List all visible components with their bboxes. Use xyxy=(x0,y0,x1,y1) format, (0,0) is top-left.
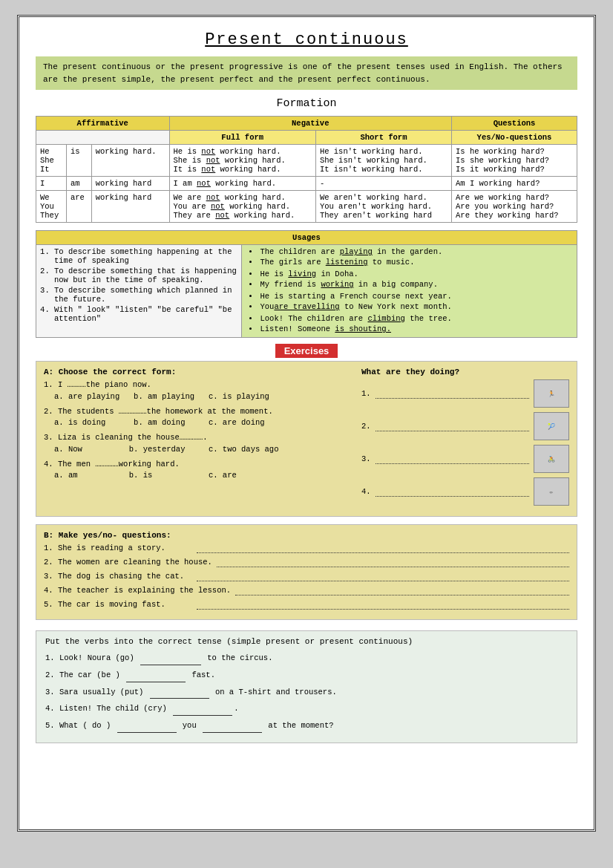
b-item-1: 1. She is reading a story. xyxy=(44,543,569,553)
usages-header: Usages xyxy=(36,231,577,245)
what-img-2: 🎾 xyxy=(534,412,569,440)
q-i: Am I working hard? xyxy=(452,177,577,191)
th-negative: Negative xyxy=(169,117,452,131)
usage-examples: The children are playing in the garden. … xyxy=(242,245,577,338)
b-item-5: 5. The car is moving fast. xyxy=(44,599,569,610)
usage-ex-1b: The girls are listening to music. xyxy=(249,258,572,267)
usage-ex-3a: He is starting a French course next year… xyxy=(249,292,572,301)
b-item-3: 3. The dog is chasing the cat. xyxy=(44,571,569,581)
exercise-b-heading: B: Make yes/no- questions: xyxy=(44,531,569,540)
what-img-4: ✏️ xyxy=(534,477,569,506)
verb-is: is xyxy=(66,145,91,177)
intro-box: The present continuous or the present pr… xyxy=(36,56,577,90)
what-img-3: 🚴 xyxy=(534,445,569,473)
aff-i: working hard xyxy=(91,177,169,191)
short-i: - xyxy=(315,177,451,191)
short-we: We aren't working hard.You aren't workin… xyxy=(315,191,451,223)
formation-title: Formation xyxy=(36,97,577,110)
th-full-form: Full form xyxy=(169,131,315,145)
usage-ex-4b: Listen! Someone is shouting. xyxy=(249,324,572,333)
put-verbs-section: Put the verbs into the correct tense (si… xyxy=(36,630,577,743)
ex-a-item-1: 1. I …………the piano now. a. are playing b… xyxy=(44,379,354,403)
q-he: Is he working hard?Is she working hard?I… xyxy=(452,145,577,177)
subject-he-she-it: HeSheIt xyxy=(36,145,67,177)
page: Present continuous The present continuou… xyxy=(17,15,596,832)
exercise-a-heading: A: Choose the correct form: xyxy=(44,368,354,376)
verb-are: are xyxy=(66,191,91,223)
usage-1: To describe something happening at the t… xyxy=(54,247,237,265)
put-item-2: 2. The car (be ) fast. xyxy=(45,669,568,682)
usage-4: With " look" "listen" "be careful" "be a… xyxy=(54,305,237,323)
put-item-4: 4. Listen! The child (cry) . xyxy=(45,702,568,716)
th-questions: Questions xyxy=(452,117,577,131)
usage-3: To describe something which planned in t… xyxy=(54,286,237,304)
full-we: We are not working hard.You are not work… xyxy=(169,191,315,223)
full-he: He is not working hard.She is not workin… xyxy=(169,145,315,177)
aff-we: working hard xyxy=(91,191,169,223)
ex-a-item-2: 2. The students ………………the homework at th… xyxy=(44,406,354,430)
usage-nums: To describe something happening at the t… xyxy=(36,245,242,338)
short-he: He isn't working hard.She isn't working … xyxy=(315,145,451,177)
q-we: Are we working hard?Are you working hard… xyxy=(452,191,577,223)
what-heading: What are they doing? xyxy=(361,368,569,376)
b-item-2: 2. The women are cleaning the house. xyxy=(44,557,569,567)
exercises-box: A: Choose the correct form: 1. I …………the… xyxy=(36,361,577,517)
what-item-3: 3. 🚴 xyxy=(361,445,569,473)
page-title: Present continuous xyxy=(36,30,577,49)
b-item-4: 4. The teacher is explaining the lesson. xyxy=(44,585,569,595)
usage-2: To describe something that is happening … xyxy=(54,267,237,284)
verb-am: am xyxy=(66,177,91,191)
ex-a-item-3: 3. Liza is cleaning the house……………. a. N… xyxy=(44,432,354,456)
subject-i: I xyxy=(36,177,67,191)
aff-working-hard: working hard. xyxy=(91,145,169,177)
what-item-2: 2. 🎾 xyxy=(361,412,569,440)
exercise-what: What are they doing? 1. 🏃 2. 🎾 3. 🚴 xyxy=(361,368,569,510)
exercises-badge: Exercises xyxy=(275,344,338,358)
usage-ex-2b: My friend is working in a big company. xyxy=(249,280,572,289)
subject-we-you-they: WeYouThey xyxy=(36,191,67,223)
ex-a-item-4: 4. The men ……………working hard. a. am b. i… xyxy=(44,459,354,483)
usage-ex-3b: Youare travelling to New York next month… xyxy=(249,302,572,311)
usage-ex-4a: Look! The children are climbing the tree… xyxy=(249,314,572,323)
put-verbs-intro: Put the verbs into the correct tense (si… xyxy=(45,637,568,646)
full-i: I am not working hard. xyxy=(169,177,315,191)
usages-table: Usages To describe something happening a… xyxy=(36,230,577,338)
what-item-4: 4. ✏️ xyxy=(361,477,569,506)
exercise-b: B: Make yes/no- questions: 1. She is rea… xyxy=(36,524,577,620)
th-affirmative: Affirmative xyxy=(36,117,170,131)
th-yesno: Yes/No-questions xyxy=(452,131,577,145)
put-item-5: 5. What ( do ) you at the moment? xyxy=(45,719,568,733)
intro-text: The present continuous or the present pr… xyxy=(43,62,563,84)
exercise-a: A: Choose the correct form: 1. I …………the… xyxy=(44,368,354,510)
usage-ex-1a: The children are playing in the garden. xyxy=(249,247,572,256)
what-img-1: 🏃 xyxy=(534,379,569,408)
what-item-1: 1. 🏃 xyxy=(361,379,569,408)
exercises-label: Exercises xyxy=(36,345,577,356)
formation-table: Affirmative Negative Questions Full form… xyxy=(36,116,577,223)
put-item-1: 1. Look! Noura (go) to the circus. xyxy=(45,652,568,665)
usage-ex-2a: He is living in Doha. xyxy=(249,270,572,278)
th-short-form: Short form xyxy=(315,131,451,145)
put-item-3: 3. Sara usually (put) on a T-shirt and t… xyxy=(45,686,568,699)
